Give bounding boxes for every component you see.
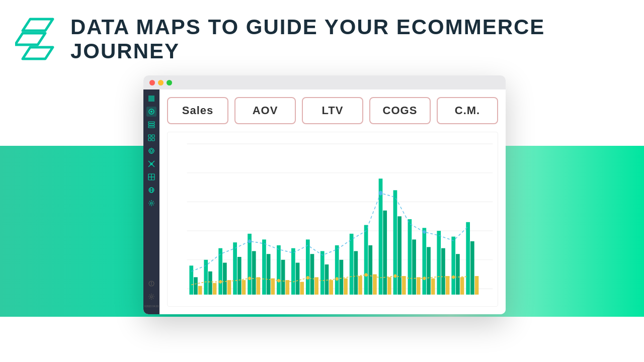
svg-point-12: [149, 148, 154, 153]
svg-rect-6: [148, 124, 154, 126]
logo-icon: [15, 17, 60, 62]
svg-point-104: [394, 275, 397, 278]
svg-rect-84: [412, 239, 416, 295]
main-content: Sales AOV LTV COGS C.M.: [159, 89, 506, 314]
svg-point-31: [150, 296, 152, 298]
tab-aov[interactable]: AOV: [234, 97, 296, 124]
sidebar-icon-globe[interactable]: [146, 185, 156, 195]
svg-rect-59: [291, 248, 295, 295]
svg-rect-66: [325, 264, 329, 295]
svg-rect-96: [470, 241, 474, 295]
svg-rect-58: [285, 280, 289, 295]
sidebar-icon-grid[interactable]: [146, 94, 156, 104]
svg-rect-97: [475, 276, 479, 295]
svg-rect-47: [233, 242, 237, 295]
sidebar-icon-target[interactable]: [146, 146, 156, 156]
svg-point-100: [277, 279, 280, 283]
svg-point-101: [306, 276, 309, 280]
close-button-dot[interactable]: [149, 80, 155, 85]
svg-rect-71: [350, 234, 354, 295]
svg-rect-91: [446, 276, 450, 295]
svg-point-109: [423, 230, 426, 234]
svg-rect-42: [208, 272, 212, 295]
svg-point-13: [150, 150, 153, 152]
svg-rect-53: [262, 239, 266, 295]
svg-rect-90: [441, 248, 445, 295]
tab-cm[interactable]: C.M.: [437, 97, 498, 124]
chart-area: [167, 132, 498, 307]
svg-rect-82: [402, 276, 406, 295]
svg-point-107: [248, 239, 251, 243]
sidebar-icon-gear[interactable]: [146, 198, 156, 208]
svg-rect-78: [383, 211, 387, 295]
maximize-button-dot[interactable]: [167, 80, 172, 85]
svg-rect-41: [204, 260, 208, 295]
svg-rect-56: [277, 245, 281, 295]
bar-chart: [168, 132, 498, 306]
svg-rect-70: [344, 279, 348, 295]
svg-rect-87: [427, 247, 431, 295]
svg-rect-11: [152, 138, 154, 141]
svg-rect-89: [437, 231, 441, 295]
svg-rect-54: [267, 254, 271, 295]
svg-rect-9: [152, 135, 154, 137]
svg-rect-60: [296, 263, 300, 295]
sidebar-bottom-icons: V2023 04:26: [144, 279, 158, 310]
sidebar-icon-layers[interactable]: [146, 120, 156, 130]
svg-marker-1: [15, 33, 45, 45]
svg-rect-43: [213, 283, 217, 295]
svg-point-4: [150, 111, 152, 113]
svg-rect-80: [393, 190, 397, 295]
svg-rect-83: [408, 219, 412, 295]
header: DATA MAPS TO GUIDE YOUR ECOMMERCE JOURNE…: [15, 15, 644, 63]
svg-rect-63: [310, 254, 314, 295]
svg-point-99: [248, 277, 251, 280]
svg-point-102: [336, 277, 339, 281]
sidebar-icon-info[interactable]: [146, 279, 156, 289]
svg-rect-39: [194, 277, 198, 295]
svg-marker-0: [23, 19, 53, 31]
svg-rect-69: [340, 260, 344, 295]
svg-rect-94: [460, 277, 464, 295]
sidebar-icon-settings[interactable]: [146, 292, 156, 302]
svg-rect-93: [456, 254, 460, 295]
svg-point-30: [151, 282, 151, 283]
sidebar-icon-dashboard[interactable]: [146, 107, 156, 117]
svg-rect-74: [364, 225, 368, 295]
svg-point-27: [150, 202, 152, 204]
svg-point-108: [379, 191, 383, 195]
svg-rect-38: [189, 265, 193, 295]
svg-rect-49: [242, 280, 246, 295]
svg-point-103: [365, 273, 368, 277]
tab-sales[interactable]: Sales: [167, 97, 228, 124]
tab-cogs[interactable]: COGS: [369, 97, 431, 124]
version-text: V2023 04:26: [144, 305, 158, 310]
svg-rect-48: [237, 257, 242, 295]
browser-window: V2023 04:26 Sales AOV LTV COGS C.M.: [143, 75, 506, 314]
svg-rect-57: [281, 260, 285, 295]
svg-rect-51: [252, 251, 256, 295]
browser-titlebar: [143, 75, 506, 89]
svg-rect-73: [358, 276, 362, 295]
app-sidebar: V2023 04:26: [143, 89, 159, 314]
svg-rect-61: [300, 282, 304, 295]
svg-rect-79: [387, 277, 391, 295]
svg-rect-88: [431, 279, 435, 295]
svg-rect-52: [257, 277, 261, 295]
sidebar-icon-grid2[interactable]: [146, 133, 156, 143]
sidebar-icon-grid3[interactable]: [146, 172, 156, 182]
page-title: DATA MAPS TO GUIDE YOUR ECOMMERCE JOURNE…: [70, 15, 644, 63]
sidebar-icon-crosshair[interactable]: [146, 159, 156, 169]
browser-body: V2023 04:26 Sales AOV LTV COGS C.M.: [143, 89, 506, 314]
svg-point-106: [452, 276, 455, 279]
tab-ltv[interactable]: LTV: [302, 97, 363, 124]
svg-rect-7: [148, 126, 154, 128]
svg-rect-85: [417, 277, 421, 295]
svg-rect-81: [397, 216, 401, 295]
svg-rect-55: [271, 279, 275, 295]
minimize-button-dot[interactable]: [158, 80, 164, 85]
svg-rect-68: [335, 245, 339, 295]
metric-tabs: Sales AOV LTV COGS C.M.: [167, 97, 498, 124]
svg-rect-45: [223, 263, 227, 295]
svg-rect-77: [379, 178, 383, 295]
